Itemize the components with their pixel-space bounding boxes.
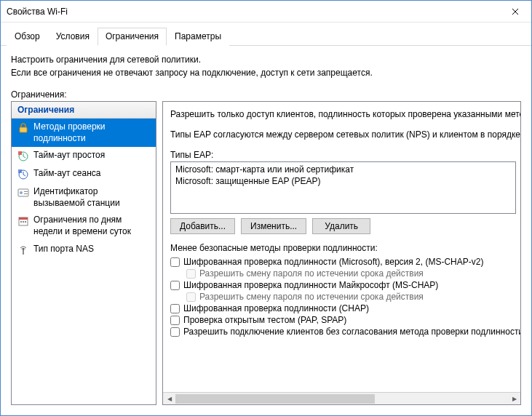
svg-rect-12 xyxy=(23,221,24,223)
antenna-icon xyxy=(17,244,29,256)
svg-rect-0 xyxy=(20,127,27,132)
svg-rect-2 xyxy=(18,151,22,155)
instructions: Настроить ограничения для сетевой полити… xyxy=(11,53,521,79)
check-mschapv2-label: Шифрованная проверка подлинности (Micros… xyxy=(183,257,483,267)
horizontal-scrollbar[interactable]: ◀ ▶ xyxy=(163,392,520,404)
sidebar-item-label: Методы проверки подлинности xyxy=(33,121,150,144)
constraints-list-header: Ограничения xyxy=(12,102,156,119)
close-icon xyxy=(512,8,519,15)
wifi-properties-dialog: Свойства Wi-Fi Обзор Условия Ограничения… xyxy=(0,0,532,416)
sidebar-item-auth-methods[interactable]: Методы проверки подлинности xyxy=(12,119,156,147)
constraints-label: Ограничения: xyxy=(11,89,521,100)
scroll-left-button[interactable]: ◀ xyxy=(163,393,175,404)
sidebar-item-label: Тайм-аут сеанса xyxy=(33,168,100,180)
sidebar-item-label: Тип порта NAS xyxy=(33,244,94,255)
check-mschapv2-pwchange-row: Разрешить смену пароля по истечении срок… xyxy=(170,268,516,279)
instructions-line2: Если все ограничения не отвечают запросу… xyxy=(11,66,521,79)
eap-list-item[interactable]: Microsoft: защищенные EAP (PEAP) xyxy=(172,175,514,187)
calendar-icon xyxy=(17,215,29,227)
tab-settings[interactable]: Параметры xyxy=(167,28,229,46)
svg-rect-4 xyxy=(18,169,22,173)
check-mschap-pwchange-row: Разрешить смену пароля по истечении срок… xyxy=(170,291,516,303)
check-mschap[interactable] xyxy=(170,281,180,290)
check-chap[interactable] xyxy=(170,304,180,313)
sidebar-item-label: Ограничения по дням недели и времени сут… xyxy=(33,215,150,237)
svg-rect-8 xyxy=(24,193,28,194)
tab-conditions[interactable]: Условия xyxy=(48,28,98,46)
check-mschap-label: Шифрованная проверка подлинности Майкрос… xyxy=(183,280,438,290)
eap-types-listbox[interactable]: Microsoft: смарт-карта или иной сертифик… xyxy=(170,161,516,214)
eap-buttons: Добавить... Изменить... Удалить xyxy=(170,218,516,234)
svg-rect-7 xyxy=(24,191,28,192)
sidebar-item-session-timeout[interactable]: Тайм-аут сеанса xyxy=(12,165,156,183)
check-mschapv2-pwchange xyxy=(186,269,196,279)
sidebar-item-idle-timeout[interactable]: Тайм-аут простоя xyxy=(12,147,156,165)
edit-button[interactable]: Изменить... xyxy=(241,218,306,234)
check-noauth-label: Разрешить подключение клиентов без согла… xyxy=(183,327,520,337)
sidebar-item-label: Идентификатор вызываемой станции xyxy=(33,186,150,209)
svg-rect-13 xyxy=(25,221,26,223)
arrow-right-icon: ▶ xyxy=(512,396,517,402)
scroll-right-button[interactable]: ▶ xyxy=(508,393,520,404)
check-mschapv2-pwchange-label: Разрешить смену пароля по истечении срок… xyxy=(199,268,424,279)
check-mschap-pwchange xyxy=(186,292,196,302)
eap-order-text: Типы EAP согласуются между сервером сете… xyxy=(170,129,516,140)
check-mschap-pwchange-label: Разрешить смену пароля по истечении срок… xyxy=(199,292,424,302)
remove-button[interactable]: Удалить xyxy=(312,218,370,234)
less-secure-label: Менее безопасные методы проверки подлинн… xyxy=(170,243,516,253)
svg-rect-11 xyxy=(20,221,22,223)
window-title: Свойства Wi-Fi xyxy=(7,7,499,17)
check-mschapv2-row: Шифрованная проверка подлинности (Micros… xyxy=(170,256,516,268)
check-pap[interactable] xyxy=(170,316,180,325)
close-button[interactable] xyxy=(499,1,531,22)
tab-overview[interactable]: Обзор xyxy=(7,28,48,46)
check-pap-row: Проверка открытым тестом (PAP, SPAP) xyxy=(170,314,516,326)
scroll-thumb[interactable] xyxy=(175,394,375,404)
check-noauth[interactable] xyxy=(170,327,180,337)
tab-constraints[interactable]: Ограничения xyxy=(98,28,167,46)
sidebar-item-nas-port-type[interactable]: Тип порта NAS xyxy=(12,241,156,259)
tab-content: Настроить ограничения для сетевой полити… xyxy=(1,46,531,415)
scroll-track[interactable] xyxy=(175,393,508,404)
check-chap-label: Шифрованная проверка подлинности (CHAP) xyxy=(183,303,369,313)
titlebar: Свойства Wi-Fi xyxy=(1,1,531,23)
sidebar-item-called-station-id[interactable]: Идентификатор вызываемой станции xyxy=(12,183,156,212)
check-chap-row: Шифрованная проверка подлинности (CHAP) xyxy=(170,303,516,314)
check-mschap-row: Шифрованная проверка подлинности Майкрос… xyxy=(170,279,516,291)
detail-panel: Разрешить только доступ клиентов, подлин… xyxy=(162,101,521,405)
id-card-icon xyxy=(17,187,29,199)
detail-scroll-area: Разрешить только доступ клиентов, подлин… xyxy=(163,102,520,392)
check-mschapv2[interactable] xyxy=(170,257,180,267)
lock-icon xyxy=(17,122,29,134)
tabstrip: Обзор Условия Ограничения Параметры xyxy=(1,23,531,46)
allow-clients-text: Разрешить только доступ клиентов, подлин… xyxy=(170,109,516,119)
instructions-line1: Настроить ограничения для сетевой полити… xyxy=(11,53,521,66)
add-button[interactable]: Добавить... xyxy=(170,218,235,234)
arrow-left-icon: ◀ xyxy=(167,396,172,402)
check-noauth-row: Разрешить подключение клиентов без согла… xyxy=(170,326,516,337)
clock-session-icon xyxy=(17,169,29,180)
sidebar-item-day-time-restrictions[interactable]: Ограничения по дням недели и времени сут… xyxy=(12,212,156,240)
sidebar-item-label: Тайм-аут простоя xyxy=(33,150,105,161)
constraints-list: Ограничения Методы проверки подлинности … xyxy=(11,101,156,405)
svg-rect-10 xyxy=(19,217,28,220)
clock-idle-icon xyxy=(17,151,29,162)
eap-types-label: Типы EAP: xyxy=(170,150,516,160)
eap-list-item[interactable]: Microsoft: смарт-карта или иной сертифик… xyxy=(172,164,514,175)
check-pap-label: Проверка открытым тестом (PAP, SPAP) xyxy=(183,315,346,325)
main-split: Ограничения Методы проверки подлинности … xyxy=(11,101,521,405)
svg-point-6 xyxy=(20,191,23,194)
svg-point-14 xyxy=(23,249,24,250)
